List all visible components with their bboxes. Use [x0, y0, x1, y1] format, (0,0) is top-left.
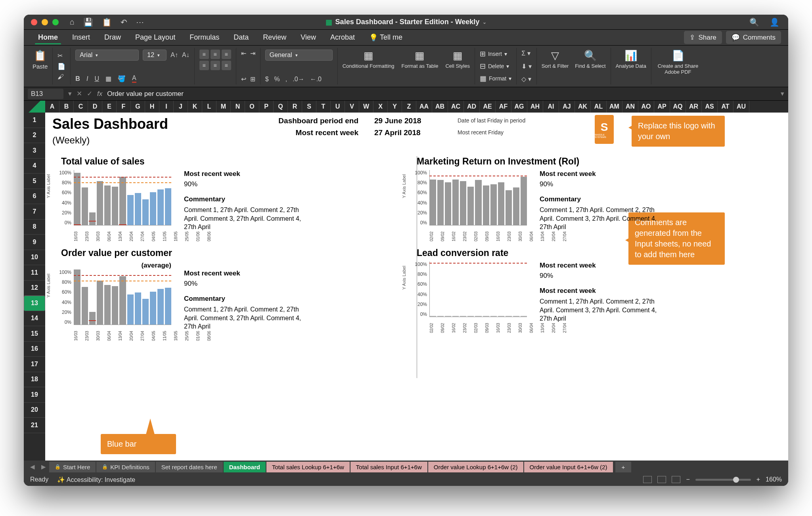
format-as-table-button[interactable]: ▦Format as Table	[402, 50, 439, 69]
column-header[interactable]: S	[302, 101, 316, 113]
row-header[interactable]: 9	[24, 235, 45, 250]
normal-view-icon[interactable]	[643, 476, 652, 483]
fill-icon[interactable]: ⬇ ▾	[521, 63, 531, 70]
border-button[interactable]: ▦	[105, 75, 111, 82]
row-header[interactable]: 5	[24, 174, 45, 189]
font-name-select[interactable]: Arial▾	[75, 50, 139, 61]
column-header[interactable]: AP	[654, 101, 670, 113]
column-header[interactable]: C	[74, 101, 88, 113]
column-header[interactable]: AM	[607, 101, 622, 113]
autosum-icon[interactable]: Σ ▾	[521, 50, 531, 57]
tab-draw[interactable]: Draw	[97, 30, 128, 46]
bold-button[interactable]: B	[75, 75, 80, 82]
accessibility-status[interactable]: ✨ Accessibility: Investigate	[57, 476, 135, 484]
row-header[interactable]: 17	[24, 357, 45, 372]
column-header[interactable]: K	[188, 101, 202, 113]
font-color-button[interactable]: A	[132, 75, 136, 83]
underline-button[interactable]: U	[94, 75, 99, 82]
column-header[interactable]: AR	[686, 101, 702, 113]
italic-button[interactable]: I	[86, 75, 88, 82]
select-all-corner[interactable]	[24, 101, 45, 113]
column-header[interactable]: AN	[622, 101, 638, 113]
column-header[interactable]: B	[59, 101, 74, 113]
tab-page-layout[interactable]: Page Layout	[128, 30, 182, 46]
column-header[interactable]: N	[231, 101, 245, 113]
search-icon[interactable]: 🔍	[749, 17, 759, 27]
row-header[interactable]: 10	[24, 250, 45, 266]
insert-cells-button[interactable]: ⊞Insert ▾	[480, 50, 511, 58]
column-header[interactable]: AB	[432, 101, 448, 113]
zoom-slider[interactable]	[695, 479, 751, 481]
font-size-select[interactable]: 12▾	[143, 50, 167, 61]
adobe-pdf-button[interactable]: 📄Create and Share Adobe PDF	[656, 50, 700, 75]
comma-icon[interactable]: ,	[285, 76, 287, 83]
copy-icon[interactable]: 📄	[57, 63, 65, 70]
column-header[interactable]: T	[316, 101, 331, 113]
indent-inc-icon[interactable]: ⇥	[250, 50, 255, 57]
column-header[interactable]: AG	[511, 101, 527, 113]
column-header[interactable]: X	[373, 101, 388, 113]
undo-icon[interactable]: ↶	[121, 17, 127, 27]
row-header[interactable]: 16	[24, 342, 45, 357]
column-header[interactable]: AC	[448, 101, 464, 113]
home-icon[interactable]: ⌂	[70, 17, 75, 27]
maximize-window[interactable]	[52, 19, 59, 25]
column-header[interactable]: E	[102, 101, 117, 113]
row-header[interactable]: 18	[24, 372, 45, 388]
tab-tell-me[interactable]: 💡 Tell me	[362, 30, 410, 46]
row-header[interactable]: 11	[24, 265, 45, 281]
column-header[interactable]: AQ	[670, 101, 686, 113]
fill-color-button[interactable]: 🪣	[118, 75, 126, 82]
tab-acrobat[interactable]: Acrobat	[323, 30, 362, 46]
grow-font-icon[interactable]: A↑	[170, 52, 178, 59]
row-header[interactable]: 3	[24, 143, 45, 159]
row-header[interactable]: 2	[24, 128, 45, 143]
column-header[interactable]: V	[345, 101, 359, 113]
column-header[interactable]: L	[202, 101, 216, 113]
tab-data[interactable]: Data	[226, 30, 256, 46]
fx-icon[interactable]: fx	[97, 90, 102, 98]
tab-review[interactable]: Review	[256, 30, 293, 46]
column-header[interactable]: AO	[638, 101, 654, 113]
currency-icon[interactable]: $	[265, 76, 269, 83]
percent-icon[interactable]: %	[274, 76, 280, 83]
row-header[interactable]: 15	[24, 326, 45, 342]
inc-decimal-icon[interactable]: .0→	[293, 76, 304, 83]
column-header[interactable]: O	[245, 101, 259, 113]
share-button[interactable]: ⇪Share	[684, 31, 722, 44]
column-header[interactable]: AS	[702, 101, 718, 113]
indent-dec-icon[interactable]: ⇤	[241, 50, 246, 57]
name-box[interactable]: B13	[28, 89, 63, 99]
paste-button[interactable]: 📋Paste	[33, 50, 48, 70]
column-header[interactable]: P	[259, 101, 274, 113]
caret-icon[interactable]: ▾	[68, 90, 72, 98]
user-icon[interactable]: 👤	[770, 17, 779, 27]
row-header[interactable]: 12	[24, 281, 45, 296]
column-header[interactable]: AA	[416, 101, 432, 113]
column-header[interactable]: Y	[388, 101, 402, 113]
sheet-tab[interactable]: Order value Input 6+1+6w (2)	[524, 462, 613, 472]
column-header[interactable]: Z	[402, 101, 416, 113]
close-window[interactable]	[31, 19, 37, 25]
column-header[interactable]: A	[45, 101, 59, 113]
column-header[interactable]: W	[359, 101, 373, 113]
column-header[interactable]: G	[131, 101, 145, 113]
shrink-font-icon[interactable]: A↓	[182, 52, 190, 59]
expand-icon[interactable]: ▾	[781, 90, 784, 98]
analyse-data-button[interactable]: 📊Analyse Data	[616, 50, 646, 69]
worksheet[interactable]: Sales Dashboard (Weekly) Dashboard perio…	[45, 113, 788, 461]
sheet-tab[interactable]: Dashboard	[224, 462, 266, 472]
column-header[interactable]: AD	[464, 101, 480, 113]
cancel-icon[interactable]: ✕	[77, 90, 82, 98]
tab-insert[interactable]: Insert	[65, 30, 97, 46]
zoom-in-button[interactable]: +	[756, 476, 760, 483]
alignment-group[interactable]: ≡≡≡≡≡≡	[199, 50, 231, 70]
row-header[interactable]: 6	[24, 189, 45, 204]
row-header[interactable]: 20	[24, 403, 45, 418]
row-header[interactable]: 7	[24, 204, 45, 220]
redo-icon[interactable]: ⋯	[136, 17, 144, 27]
sort-filter-button[interactable]: ▽Sort & Filter	[542, 50, 569, 69]
column-header[interactable]: AK	[575, 101, 591, 113]
save-icon[interactable]: 💾	[83, 17, 93, 27]
clear-icon[interactable]: ◇ ▾	[521, 75, 531, 83]
